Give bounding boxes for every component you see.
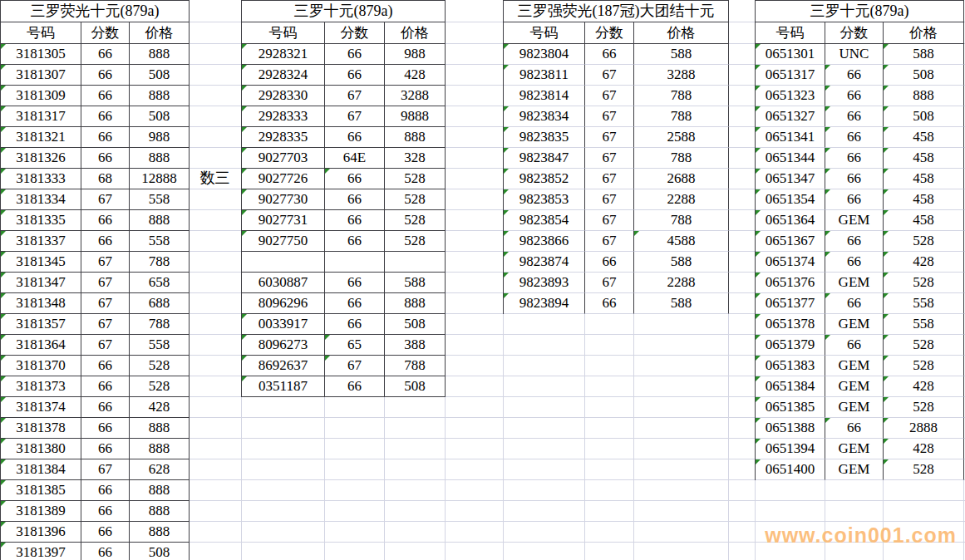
cell-number[interactable]: 9823866 [504, 231, 585, 252]
cell-price[interactable]: 628 [130, 459, 190, 480]
cell-price[interactable]: 888 [130, 86, 190, 106]
cell-price[interactable]: 528 [385, 210, 446, 231]
header-cell-price[interactable]: 价格 [884, 22, 964, 44]
cell-number[interactable]: 3181321 [1, 127, 81, 148]
cell-price[interactable]: 988 [385, 44, 446, 65]
cell-number[interactable]: 3181389 [1, 501, 81, 522]
cell-score[interactable]: 67 [81, 459, 130, 480]
cell-score[interactable]: 66 [81, 480, 130, 501]
cell-price[interactable]: 788 [130, 252, 190, 273]
cell-number[interactable]: 0651301 [756, 44, 825, 65]
cell-price[interactable]: 528 [385, 189, 446, 210]
cell-price[interactable]: 528 [130, 376, 190, 397]
cell-number[interactable]: 9027703 [242, 148, 325, 169]
cell-number[interactable]: 2928330 [242, 86, 325, 106]
cell-price[interactable]: 788 [634, 210, 729, 231]
cell-score[interactable]: 66 [81, 65, 130, 86]
cell-number[interactable]: 3181357 [1, 314, 81, 335]
cell-score[interactable]: 66 [325, 65, 385, 86]
cell-number[interactable]: 9823852 [504, 169, 585, 189]
cell-score[interactable]: 67 [325, 86, 385, 106]
header-cell-number[interactable]: 号码 [1, 22, 81, 44]
cell-score[interactable]: 66 [81, 543, 130, 560]
cell-number[interactable]: 0651364 [756, 210, 825, 231]
header-cell-number[interactable]: 号码 [756, 22, 825, 44]
cell-number[interactable]: 3181334 [1, 189, 81, 210]
cell-number[interactable]: 0651374 [756, 252, 825, 273]
cell-number[interactable]: 3181370 [1, 356, 81, 376]
cell-number[interactable]: 0651376 [756, 273, 825, 293]
cell-number[interactable]: 0651347 [756, 169, 825, 189]
cell-price[interactable]: 528 [884, 397, 964, 418]
header-cell-price[interactable]: 价格 [634, 22, 729, 44]
cell-price[interactable]: 888 [130, 44, 190, 65]
cell-number[interactable]: 0651327 [756, 106, 825, 127]
cell-price[interactable]: 9888 [385, 106, 446, 127]
cell-price[interactable]: 558 [130, 231, 190, 252]
cell-number[interactable]: 9823847 [504, 148, 585, 169]
cell-price[interactable]: 508 [385, 376, 446, 397]
cell-score[interactable]: 66 [825, 252, 884, 273]
cell-score[interactable]: 66 [825, 148, 884, 169]
cell-score[interactable]: 67 [585, 210, 634, 231]
cell-price[interactable]: 428 [884, 252, 964, 273]
cell-price[interactable]: 788 [130, 314, 190, 335]
header-cell-number[interactable]: 号码 [504, 22, 585, 44]
cell-number[interactable]: 9823854 [504, 210, 585, 231]
cell-price[interactable]: 428 [130, 397, 190, 418]
cell-score[interactable]: 66 [825, 418, 884, 439]
cell-score[interactable]: 67 [585, 273, 634, 293]
cell-price[interactable]: 528 [884, 335, 964, 356]
table-title[interactable]: 三罗十元(879a) [242, 1, 446, 22]
cell-number[interactable]: 0651323 [756, 86, 825, 106]
cell-price[interactable]: 528 [884, 356, 964, 376]
cell-score[interactable]: 66 [81, 501, 130, 522]
cell-number[interactable]: 3181335 [1, 210, 81, 231]
cell-price[interactable]: 888 [884, 86, 964, 106]
cell-price[interactable]: 888 [130, 501, 190, 522]
cell-price[interactable]: 2288 [634, 273, 729, 293]
cell-number[interactable]: 3181305 [1, 44, 81, 65]
cell-score[interactable]: 66 [325, 376, 385, 397]
cell-number[interactable]: 2928324 [242, 65, 325, 86]
cell-score[interactable]: 67 [325, 106, 385, 127]
cell-price[interactable]: 788 [634, 106, 729, 127]
cell-score[interactable]: 66 [81, 418, 130, 439]
cell-score[interactable]: 66 [325, 210, 385, 231]
cell-number[interactable]: 0651378 [756, 314, 825, 335]
cell-score[interactable]: 66 [81, 148, 130, 169]
cell-number[interactable]: 3181385 [1, 480, 81, 501]
cell-number[interactable]: 8096273 [242, 335, 325, 356]
cell-score[interactable]: GEM [825, 314, 884, 335]
cell-number[interactable]: 9823893 [504, 273, 585, 293]
cell-price[interactable]: 888 [385, 127, 446, 148]
cell-number[interactable]: 3181396 [1, 522, 81, 543]
cell-price[interactable]: 558 [130, 189, 190, 210]
cell-number[interactable]: 0651385 [756, 397, 825, 418]
cell-price[interactable]: 328 [385, 148, 446, 169]
cell-score[interactable]: 66 [325, 273, 385, 293]
cell-price[interactable]: 888 [130, 480, 190, 501]
cell-score[interactable]: 66 [825, 169, 884, 189]
side-note[interactable]: 数三 [189, 168, 241, 189]
table-title[interactable]: 三罗强荧光(187冠)大团结十元 [504, 1, 729, 22]
cell-score[interactable]: 67 [585, 127, 634, 148]
cell-number[interactable]: 3181378 [1, 418, 81, 439]
header-cell-score[interactable]: 分数 [585, 22, 634, 44]
cell-price[interactable]: 788 [385, 356, 446, 376]
cell-number[interactable]: 3181307 [1, 65, 81, 86]
cell-price[interactable]: 508 [130, 65, 190, 86]
cell-score[interactable]: 67 [585, 65, 634, 86]
cell-number[interactable]: 2928335 [242, 127, 325, 148]
cell-score[interactable]: 67 [585, 106, 634, 127]
cell-score[interactable]: 67 [585, 148, 634, 169]
cell-score[interactable]: 66 [81, 210, 130, 231]
cell-score[interactable]: 66 [81, 439, 130, 459]
cell-score[interactable]: 67 [81, 335, 130, 356]
cell-number[interactable]: 9823811 [504, 65, 585, 86]
cell-price[interactable]: 888 [130, 439, 190, 459]
cell-score[interactable]: 67 [585, 189, 634, 210]
cell-price[interactable]: 888 [130, 148, 190, 169]
cell-number[interactable]: 0651317 [756, 65, 825, 86]
header-cell-number[interactable]: 号码 [242, 22, 325, 44]
